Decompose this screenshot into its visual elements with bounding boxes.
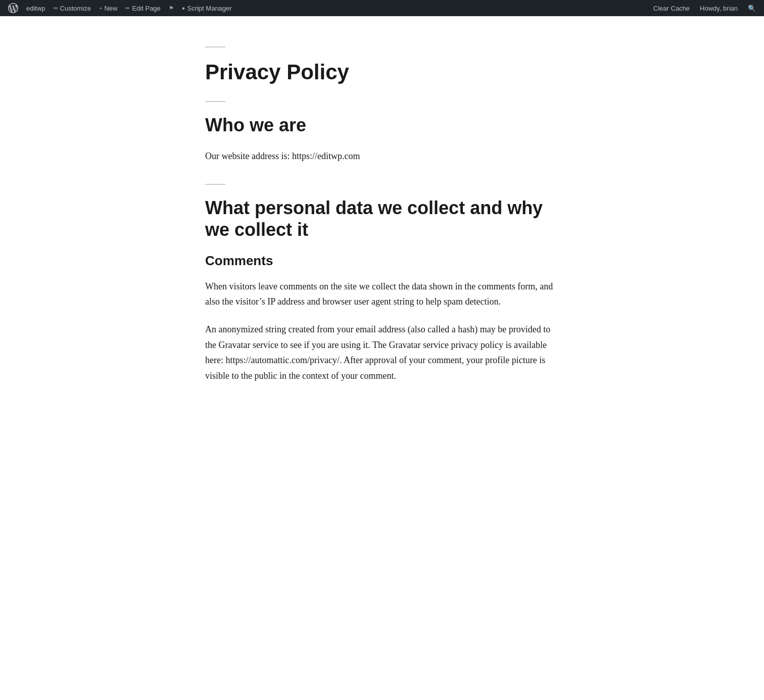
script-manager-icon: ● (182, 5, 185, 11)
divider-2 (205, 101, 225, 102)
site-name-button[interactable]: editwp (22, 0, 50, 16)
edit-page-icon: ✏ (125, 5, 130, 12)
wordpress-logo-button[interactable] (4, 0, 22, 16)
howdy-label: Howdy, brian (700, 5, 738, 12)
divider-1 (205, 46, 225, 47)
new-button[interactable]: + New (95, 0, 121, 16)
customize-label: Customize (60, 5, 91, 12)
personal-data-section: What personal data we collect and why we… (205, 197, 559, 383)
who-we-are-title: Who we are (205, 114, 559, 136)
who-we-are-text: Our website address is: https://editwp.c… (205, 148, 559, 164)
script-manager-status[interactable]: ● Script Manager (178, 0, 236, 16)
comments-paragraph-2: An anonymized string created from your e… (205, 322, 559, 383)
search-icon: 🔍 (748, 5, 756, 12)
clear-cache-label: Clear Cache (653, 5, 690, 12)
who-we-are-section: Who we are Our website address is: https… (205, 114, 559, 164)
edit-page-label: Edit Page (132, 5, 160, 12)
admin-bar: editwp ✏ Customize + New ✏ Edit Page ⚑ ●… (0, 0, 764, 16)
page-content: Privacy Policy Who we are Our website ad… (195, 16, 569, 444)
yoast-icon: ⚑ (169, 5, 174, 12)
comments-paragraph-1: When visitors leave comments on the site… (205, 279, 559, 310)
new-label: New (104, 5, 117, 12)
personal-data-title: What personal data we collect and why we… (205, 197, 559, 240)
comments-title: Comments (205, 253, 559, 269)
divider-3 (205, 184, 225, 185)
howdy-button[interactable]: Howdy, brian (696, 0, 742, 16)
new-icon: + (99, 5, 102, 11)
clear-cache-button[interactable]: Clear Cache (649, 0, 694, 16)
page-title: Privacy Policy (205, 60, 559, 85)
yoast-seo-button[interactable]: ⚑ (165, 0, 178, 16)
site-name-label: editwp (26, 5, 45, 12)
edit-page-button[interactable]: ✏ Edit Page (121, 0, 164, 16)
search-button[interactable]: 🔍 (744, 5, 760, 12)
customize-button[interactable]: ✏ Customize (50, 0, 95, 16)
customize-icon: ✏ (54, 5, 58, 12)
script-manager-label: Script Manager (187, 5, 231, 12)
